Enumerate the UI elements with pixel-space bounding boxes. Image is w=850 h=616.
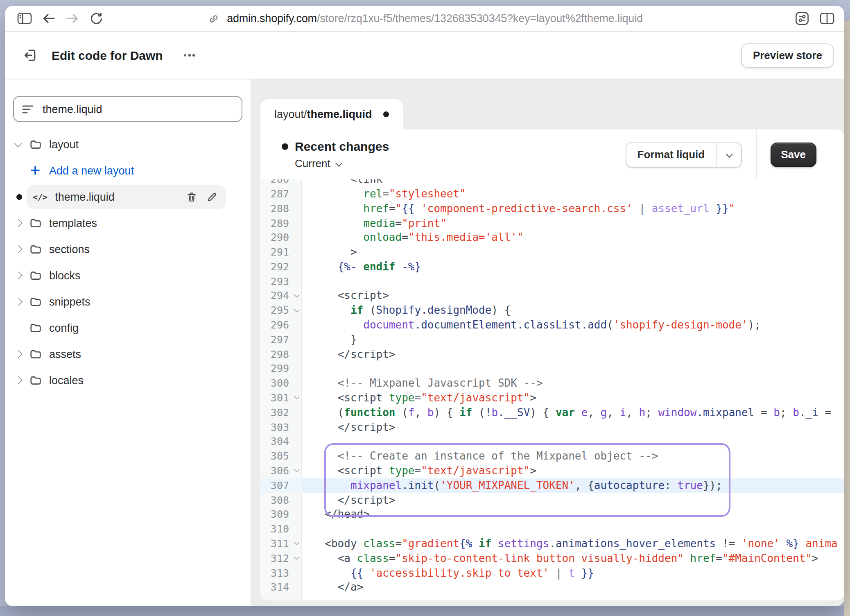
code-line[interactable]: 296 document.documentElement.classList.a… [260, 318, 844, 333]
code-editor[interactable]: 286 <link287 rel="stylesheet"288 href="{… [260, 179, 844, 600]
fold-toggle-icon[interactable] [291, 303, 302, 318]
code-line[interactable]: 301 <script type="text/javascript"> [260, 391, 844, 405]
folder-label: layout [49, 138, 79, 150]
line-number: 307 [260, 478, 291, 493]
search-input[interactable] [41, 102, 208, 116]
line-number: 300 [260, 376, 291, 391]
code-text: {%- endif -%} [302, 260, 844, 274]
chevron-down-icon[interactable] [13, 142, 23, 147]
gutter: 306 [260, 464, 302, 478]
chevron-right-icon[interactable] [13, 247, 23, 252]
preview-store-button[interactable]: Preview store [741, 43, 834, 68]
code-line[interactable]: 303 </script> [260, 420, 844, 435]
code-line[interactable]: 293 [260, 274, 844, 289]
reload-icon[interactable] [88, 11, 103, 26]
code-line[interactable]: 306 <script type="text/javascript"> [260, 464, 844, 478]
fold-toggle-icon[interactable] [291, 289, 302, 303]
code-text: rel="stylesheet" [302, 187, 844, 202]
code-line[interactable]: 304 [260, 435, 844, 449]
app-header: Edit code for Dawn Preview store [5, 32, 844, 79]
address-bar[interactable]: admin.shopify.com/store/rzq1xu-f5/themes… [5, 11, 844, 26]
sidebar-item-locales[interactable]: locales [5, 367, 251, 393]
code-line[interactable]: 292 {%- endif -%} [260, 260, 844, 274]
chevron-right-icon[interactable] [13, 351, 23, 357]
line-number: 294 [260, 289, 291, 303]
chevron-right-icon[interactable] [13, 220, 23, 226]
folder-label: config [49, 322, 79, 334]
version-dropdown[interactable]: Current [295, 157, 389, 170]
fold-toggle-icon[interactable] [291, 537, 302, 551]
code-line[interactable]: 305 <!-- Create an instance of the Mixpa… [260, 449, 844, 464]
fold-toggle-icon[interactable] [291, 464, 302, 478]
chevron-right-icon[interactable] [13, 299, 23, 304]
overflow-menu-icon[interactable] [181, 51, 198, 59]
code-text: <a class="skip-to-content-link button vi… [302, 551, 844, 566]
code-line[interactable]: 314 </a> [260, 580, 844, 595]
sidebar-item-blocks[interactable]: blocks [5, 262, 251, 288]
forward-icon[interactable] [65, 11, 79, 26]
code-line[interactable]: 289 media="print" [260, 216, 844, 231]
sidebar-item-layout[interactable]: layout [5, 131, 251, 157]
folder-icon [29, 138, 42, 150]
sidebar-item-sections[interactable]: sections [5, 236, 251, 262]
split-view-icon[interactable] [820, 11, 834, 26]
edit-file-icon[interactable] [206, 190, 218, 203]
fold-toggle-icon[interactable] [291, 551, 302, 566]
gutter: 287 [260, 187, 302, 202]
sidebar-item-config[interactable]: config [5, 315, 251, 341]
code-line[interactable]: 310 [260, 522, 844, 537]
unsaved-dot [16, 194, 22, 199]
sidebar-item-theme-liquid[interactable]: </> theme.liquid [5, 183, 251, 210]
code-line[interactable]: 312 <a class="skip-to-content-link butto… [260, 551, 844, 566]
sidebar-item-snippets[interactable]: snippets [5, 288, 251, 315]
code-line[interactable]: 311 <body class="gradient{% if settings.… [260, 537, 844, 551]
toolbar-divider [755, 129, 756, 179]
code-line[interactable]: 299 [260, 362, 844, 376]
code-line[interactable]: 300 <!-- Mixpanel Javascript SDK --> [260, 376, 844, 391]
line-number: 295 [260, 303, 291, 318]
extensions-icon[interactable] [794, 11, 809, 26]
line-number: 291 [260, 245, 291, 260]
code-line[interactable]: 295 if (Shopify.designMode) { [260, 303, 844, 318]
code-line[interactable]: 309 </head> [260, 507, 844, 522]
gutter: 312 [260, 551, 302, 566]
code-text: {{ 'accessibility.skip_to_text' | t }} [302, 566, 844, 580]
code-line[interactable]: 308 </script> [260, 493, 844, 507]
save-button[interactable]: Save [770, 142, 816, 167]
line-number: 309 [260, 507, 291, 522]
tab-theme-liquid[interactable]: layout/theme.liquid [260, 99, 403, 129]
sidebar-item-templates[interactable]: templates [5, 210, 251, 236]
file-sidebar: layout Add a new layout </> theme.liqu [5, 79, 251, 606]
gutter: 311 [260, 537, 302, 551]
code-line[interactable]: 307 mixpanel.init('YOUR_MIXPANEL_TOKEN',… [260, 478, 844, 493]
gutter: 293 [260, 274, 302, 289]
code-line[interactable]: 302 (function (f, b) { if (!b.__SV) { va… [260, 405, 844, 420]
chevron-right-icon[interactable] [13, 273, 23, 278]
sidebar-toggle-icon[interactable] [17, 11, 32, 26]
sidebar-item-assets[interactable]: assets [5, 341, 251, 367]
code-line[interactable]: 313 {{ 'accessibility.skip_to_text' | t … [260, 566, 844, 580]
format-options-dropdown[interactable] [715, 142, 741, 167]
chevron-right-icon[interactable] [13, 378, 23, 383]
code-text: </a> [302, 580, 844, 595]
fold-toggle-icon[interactable] [291, 391, 302, 405]
delete-file-icon[interactable] [186, 190, 197, 203]
code-line[interactable]: 294 <script> [260, 289, 844, 303]
code-line[interactable]: 287 rel="stylesheet" [260, 187, 844, 202]
code-line[interactable]: 286 <link [260, 179, 844, 187]
gutter: 301 [260, 391, 302, 405]
line-number: 298 [260, 347, 291, 362]
file-search-box[interactable] [13, 96, 242, 122]
gutter: 304 [260, 435, 302, 449]
code-line[interactable]: 291 > [260, 245, 844, 260]
code-line[interactable]: 290 onload="this.media='all'" [260, 231, 844, 245]
code-line[interactable]: 288 href="{{ 'component-predictive-searc… [260, 201, 844, 216]
code-line[interactable]: 298 </script> [260, 347, 844, 362]
code-line[interactable]: 297 } [260, 333, 844, 347]
format-liquid-button[interactable]: Format liquid [626, 141, 742, 168]
add-new-layout-button[interactable]: Add a new layout [5, 157, 251, 183]
back-icon[interactable] [41, 11, 56, 26]
exit-editor-button[interactable] [21, 46, 39, 64]
code-text: } [302, 333, 844, 347]
folder-icon [29, 269, 42, 281]
